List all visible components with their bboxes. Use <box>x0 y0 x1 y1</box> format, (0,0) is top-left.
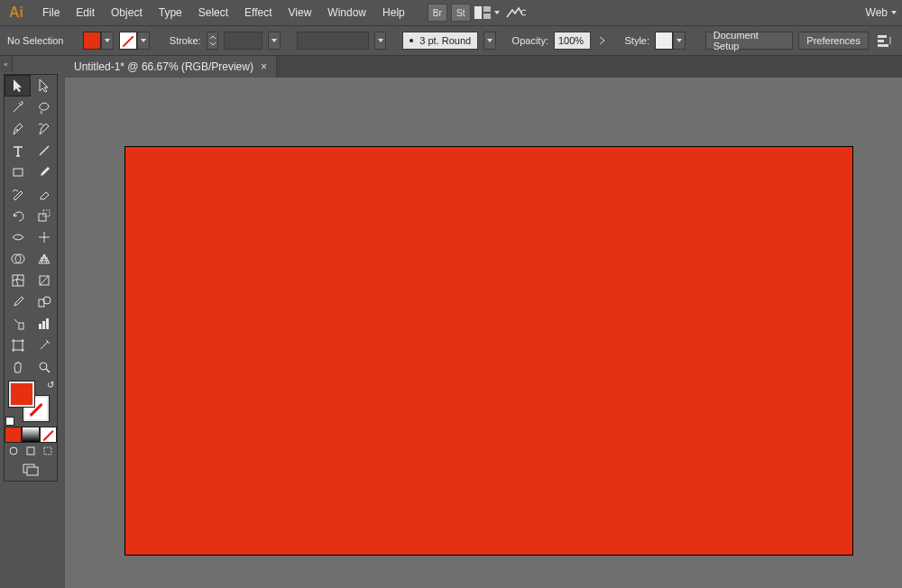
free-transform-tool[interactable] <box>31 226 57 248</box>
svg-rect-21 <box>39 324 41 329</box>
panel-collapse-handle[interactable]: « <box>0 56 13 72</box>
curvature-tool[interactable] <box>31 118 57 140</box>
gpu-performance-button[interactable] <box>503 4 529 22</box>
stroke-color-dropdown[interactable] <box>119 32 150 50</box>
menu-object[interactable]: Object <box>103 0 151 25</box>
selection-tool[interactable] <box>5 75 31 96</box>
pen-tool[interactable] <box>5 118 31 140</box>
svg-rect-7 <box>878 44 888 47</box>
hand-tool[interactable] <box>5 356 31 378</box>
svg-rect-2 <box>483 14 491 19</box>
preferences-button[interactable]: Preferences <box>798 32 868 50</box>
graphic-style-dropdown[interactable] <box>655 32 686 50</box>
width-tool[interactable] <box>5 226 31 248</box>
scale-tool[interactable] <box>31 205 57 226</box>
rectangle-tool[interactable] <box>5 161 31 183</box>
chevron-down-icon <box>101 32 114 50</box>
artboard[interactable] <box>124 146 853 556</box>
arrange-documents-button[interactable] <box>474 4 500 22</box>
svg-rect-31 <box>27 467 38 475</box>
menu-file[interactable]: File <box>34 0 68 25</box>
rotate-tool[interactable] <box>5 205 31 226</box>
perspective-grid-tool[interactable] <box>31 248 57 270</box>
shaper-tool[interactable] <box>5 183 31 205</box>
draw-behind-icon[interactable] <box>22 443 39 459</box>
app-logo-icon: Ai <box>7 4 25 22</box>
svg-rect-5 <box>878 35 887 38</box>
opacity-more-icon[interactable] <box>596 32 609 50</box>
svg-rect-16 <box>13 275 23 286</box>
artboard-tool[interactable] <box>5 335 31 356</box>
shape-builder-tool[interactable] <box>5 248 31 270</box>
align-flyout-icon[interactable] <box>874 32 895 50</box>
screen-mode-button[interactable] <box>5 459 57 481</box>
draw-normal-icon[interactable] <box>5 443 22 459</box>
brush-definition-field[interactable] <box>297 32 369 50</box>
swap-fill-stroke-icon[interactable]: ↺ <box>47 380 54 390</box>
fill-stroke-control[interactable]: ↺ <box>5 378 57 427</box>
color-mode-row <box>5 427 57 443</box>
stroke-label: Stroke: <box>170 35 201 46</box>
paintbrush-tool[interactable] <box>31 161 57 183</box>
options-bar: No Selection Stroke: 3 pt. Round Opacity… <box>0 25 902 56</box>
opacity-label: Opacity: <box>512 35 548 46</box>
menu-window[interactable]: Window <box>319 0 374 25</box>
symbol-sprayer-tool[interactable] <box>5 313 31 335</box>
svg-rect-1 <box>483 6 491 12</box>
gradient-tool[interactable] <box>31 270 57 291</box>
stroke-swatch-icon <box>119 32 137 50</box>
svg-line-9 <box>40 146 49 155</box>
close-tab-icon[interactable]: × <box>261 60 267 73</box>
fill-color-box[interactable] <box>9 381 34 407</box>
svg-rect-29 <box>44 447 51 455</box>
stroke-weight-field[interactable] <box>224 32 262 50</box>
type-tool[interactable] <box>5 140 31 161</box>
svg-point-25 <box>40 363 47 370</box>
brush-definition-dd[interactable] <box>374 32 387 50</box>
mesh-tool[interactable] <box>5 270 31 291</box>
color-mode-none[interactable] <box>40 427 57 443</box>
eraser-tool[interactable] <box>31 183 57 205</box>
svg-rect-6 <box>878 40 884 42</box>
document-setup-button[interactable]: Document Setup <box>705 32 794 50</box>
svg-point-3 <box>521 10 526 15</box>
menu-type[interactable]: Type <box>151 0 190 25</box>
document-tab-strip: Untitled-1* @ 66.67% (RGB/Preview) × <box>65 56 902 78</box>
variable-width-profile[interactable]: 3 pt. Round <box>402 32 478 50</box>
document-tab[interactable]: Untitled-1* @ 66.67% (RGB/Preview) × <box>65 56 277 78</box>
direct-selection-tool[interactable] <box>31 75 57 96</box>
color-mode-solid[interactable] <box>5 427 22 443</box>
menu-select[interactable]: Select <box>190 0 236 25</box>
fill-swatch-icon <box>83 32 101 50</box>
color-mode-gradient[interactable] <box>22 427 39 443</box>
slice-tool[interactable] <box>31 335 57 356</box>
stroke-weight-step[interactable] <box>207 32 219 50</box>
svg-point-4 <box>410 39 413 42</box>
workspace-label: Web <box>866 6 888 19</box>
menu-view[interactable]: View <box>281 0 320 25</box>
fill-color-dropdown[interactable] <box>83 32 114 50</box>
variable-width-dd[interactable] <box>483 32 496 50</box>
stroke-weight-dd[interactable] <box>268 32 281 50</box>
opacity-field[interactable]: 100% <box>554 32 591 50</box>
stroke-profile-value: 3 pt. Round <box>419 35 471 46</box>
menu-edit[interactable]: Edit <box>68 0 103 25</box>
column-graph-tool[interactable] <box>31 313 57 335</box>
lasso-tool[interactable] <box>31 96 57 118</box>
workspace-switcher[interactable]: Web <box>866 6 902 19</box>
menu-effect[interactable]: Effect <box>236 0 280 25</box>
svg-rect-11 <box>39 214 46 221</box>
default-fill-stroke-icon[interactable] <box>5 417 14 426</box>
blend-tool[interactable] <box>31 291 57 313</box>
eyedropper-tool[interactable] <box>5 291 31 313</box>
bridge-button[interactable]: Br <box>428 4 447 22</box>
line-segment-tool[interactable] <box>31 140 57 161</box>
selection-state-label: No Selection <box>7 35 63 46</box>
stock-button[interactable]: St <box>451 4 471 22</box>
zoom-tool[interactable] <box>31 356 57 378</box>
svg-point-8 <box>16 129 18 131</box>
menu-help[interactable]: Help <box>374 0 413 25</box>
draw-inside-icon[interactable] <box>40 443 57 459</box>
canvas-area[interactable] <box>65 78 902 588</box>
magic-wand-tool[interactable] <box>5 96 31 118</box>
